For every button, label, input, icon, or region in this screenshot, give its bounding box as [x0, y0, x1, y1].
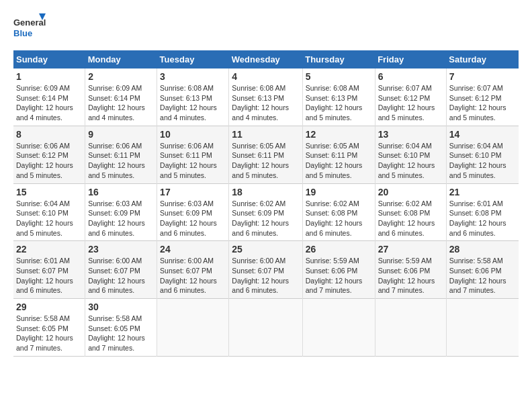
calendar-week-5: 29Sunrise: 5:58 AMSunset: 6:05 PMDayligh…: [13, 299, 519, 357]
calendar-cell: 1Sunrise: 6:09 AMSunset: 6:14 PMDaylight…: [13, 68, 85, 126]
day-info: Sunrise: 6:09 AMSunset: 6:14 PMDaylight:…: [88, 83, 154, 123]
day-number: 1: [16, 71, 82, 82]
header-thursday: Thursday: [302, 50, 375, 68]
day-info: Sunrise: 5:58 AMSunset: 6:06 PMDaylight:…: [449, 256, 516, 295]
day-info: Sunrise: 6:04 AMSunset: 6:10 PMDaylight:…: [449, 141, 516, 181]
day-number: 17: [160, 187, 226, 197]
calendar-cell: 13Sunrise: 6:04 AMSunset: 6:10 PMDayligh…: [375, 126, 446, 183]
calendar-cell: 7Sunrise: 6:07 AMSunset: 6:12 PMDaylight…: [446, 68, 519, 126]
day-info: Sunrise: 6:07 AMSunset: 6:12 PMDaylight:…: [378, 83, 443, 123]
calendar-cell: 28Sunrise: 5:58 AMSunset: 6:06 PMDayligh…: [446, 241, 519, 299]
day-number: 9: [88, 129, 154, 140]
logo-svg: General Blue: [13, 13, 47, 44]
day-number: 10: [160, 129, 226, 140]
calendar-cell: 20Sunrise: 6:02 AMSunset: 6:08 PMDayligh…: [375, 183, 446, 241]
day-number: 16: [88, 187, 154, 197]
calendar-cell: 17Sunrise: 6:03 AMSunset: 6:09 PMDayligh…: [157, 183, 229, 241]
header-friday: Friday: [375, 50, 446, 68]
day-number: 21: [449, 187, 516, 197]
calendar-cell: 8Sunrise: 6:06 AMSunset: 6:12 PMDaylight…: [13, 126, 85, 183]
day-info: Sunrise: 6:00 AMSunset: 6:07 PMDaylight:…: [232, 256, 299, 295]
day-info: Sunrise: 6:08 AMSunset: 6:13 PMDaylight:…: [160, 83, 226, 123]
day-number: 4: [232, 71, 299, 82]
day-number: 2: [88, 71, 154, 82]
day-info: Sunrise: 6:00 AMSunset: 6:07 PMDaylight:…: [160, 256, 226, 295]
calendar-week-4: 22Sunrise: 6:01 AMSunset: 6:07 PMDayligh…: [13, 241, 519, 299]
day-info: Sunrise: 6:09 AMSunset: 6:14 PMDaylight:…: [16, 83, 82, 123]
day-number: 18: [232, 187, 299, 197]
day-info: Sunrise: 6:02 AMSunset: 6:09 PMDaylight:…: [232, 199, 299, 238]
calendar-cell: 10Sunrise: 6:06 AMSunset: 6:11 PMDayligh…: [157, 126, 229, 183]
calendar-cell: 25Sunrise: 6:00 AMSunset: 6:07 PMDayligh…: [229, 241, 302, 299]
day-number: 28: [449, 244, 516, 255]
day-number: 20: [378, 187, 443, 197]
day-number: 5: [306, 71, 372, 82]
day-info: Sunrise: 6:06 AMSunset: 6:12 PMDaylight:…: [16, 141, 82, 181]
header-wednesday: Wednesday: [229, 50, 302, 68]
calendar-cell: 26Sunrise: 5:59 AMSunset: 6:06 PMDayligh…: [302, 241, 375, 299]
day-info: Sunrise: 6:05 AMSunset: 6:11 PMDaylight:…: [232, 141, 299, 181]
day-number: 7: [449, 71, 516, 82]
day-info: Sunrise: 6:01 AMSunset: 6:08 PMDaylight:…: [449, 199, 516, 238]
calendar-cell: 18Sunrise: 6:02 AMSunset: 6:09 PMDayligh…: [229, 183, 302, 241]
calendar-cell: 6Sunrise: 6:07 AMSunset: 6:12 PMDaylight…: [375, 68, 446, 126]
svg-text:Blue: Blue: [13, 28, 32, 38]
header-monday: Monday: [85, 50, 157, 68]
day-number: 22: [16, 244, 82, 255]
calendar-week-2: 8Sunrise: 6:06 AMSunset: 6:12 PMDaylight…: [13, 126, 519, 183]
page-header: General Blue: [13, 13, 519, 44]
calendar-cell: 16Sunrise: 6:03 AMSunset: 6:09 PMDayligh…: [85, 183, 157, 241]
day-info: Sunrise: 6:07 AMSunset: 6:12 PMDaylight:…: [449, 83, 516, 123]
day-number: 25: [232, 244, 299, 255]
calendar-cell: [229, 299, 302, 357]
day-info: Sunrise: 5:59 AMSunset: 6:06 PMDaylight:…: [306, 256, 372, 295]
day-number: 15: [16, 187, 82, 197]
day-number: 29: [16, 302, 82, 312]
day-number: 30: [88, 302, 154, 312]
day-info: Sunrise: 6:00 AMSunset: 6:07 PMDaylight:…: [88, 256, 154, 295]
header-sunday: Sunday: [13, 50, 85, 68]
day-number: 26: [306, 244, 372, 255]
day-info: Sunrise: 6:04 AMSunset: 6:10 PMDaylight:…: [378, 141, 443, 181]
calendar-cell: 4Sunrise: 6:08 AMSunset: 6:13 PMDaylight…: [229, 68, 302, 126]
calendar-week-3: 15Sunrise: 6:04 AMSunset: 6:10 PMDayligh…: [13, 183, 519, 241]
calendar-cell: [375, 299, 446, 357]
day-info: Sunrise: 6:03 AMSunset: 6:09 PMDaylight:…: [160, 199, 226, 238]
calendar-cell: 22Sunrise: 6:01 AMSunset: 6:07 PMDayligh…: [13, 241, 85, 299]
svg-text:General: General: [13, 17, 46, 28]
day-number: 24: [160, 244, 226, 255]
calendar-week-1: 1Sunrise: 6:09 AMSunset: 6:14 PMDaylight…: [13, 68, 519, 126]
calendar-cell: 30Sunrise: 5:58 AMSunset: 6:05 PMDayligh…: [85, 299, 157, 357]
calendar-cell: 9Sunrise: 6:06 AMSunset: 6:11 PMDaylight…: [85, 126, 157, 183]
day-number: 27: [378, 244, 443, 255]
day-number: 12: [306, 129, 372, 140]
day-info: Sunrise: 6:08 AMSunset: 6:13 PMDaylight:…: [232, 83, 299, 123]
day-number: 6: [378, 71, 443, 82]
calendar-cell: 23Sunrise: 6:00 AMSunset: 6:07 PMDayligh…: [85, 241, 157, 299]
calendar-cell: 15Sunrise: 6:04 AMSunset: 6:10 PMDayligh…: [13, 183, 85, 241]
calendar-cell: [157, 299, 229, 357]
calendar-cell: 27Sunrise: 5:59 AMSunset: 6:06 PMDayligh…: [375, 241, 446, 299]
calendar-cell: 12Sunrise: 6:05 AMSunset: 6:11 PMDayligh…: [302, 126, 375, 183]
calendar-header-row: SundayMondayTuesdayWednesdayThursdayFrid…: [13, 50, 519, 68]
calendar-cell: 2Sunrise: 6:09 AMSunset: 6:14 PMDaylight…: [85, 68, 157, 126]
calendar-cell: 3Sunrise: 6:08 AMSunset: 6:13 PMDaylight…: [157, 68, 229, 126]
day-info: Sunrise: 5:59 AMSunset: 6:06 PMDaylight:…: [378, 256, 443, 295]
day-info: Sunrise: 6:03 AMSunset: 6:09 PMDaylight:…: [88, 199, 154, 238]
calendar-cell: 21Sunrise: 6:01 AMSunset: 6:08 PMDayligh…: [446, 183, 519, 241]
day-info: Sunrise: 6:05 AMSunset: 6:11 PMDaylight:…: [306, 141, 372, 181]
day-number: 8: [16, 129, 82, 140]
calendar-table: SundayMondayTuesdayWednesdayThursdayFrid…: [13, 50, 519, 357]
day-number: 11: [232, 129, 299, 140]
calendar-cell: [302, 299, 375, 357]
header-saturday: Saturday: [446, 50, 519, 68]
calendar-cell: 19Sunrise: 6:02 AMSunset: 6:08 PMDayligh…: [302, 183, 375, 241]
day-info: Sunrise: 5:58 AMSunset: 6:05 PMDaylight:…: [88, 314, 154, 353]
calendar-cell: [446, 299, 519, 357]
day-info: Sunrise: 6:02 AMSunset: 6:08 PMDaylight:…: [378, 199, 443, 238]
day-info: Sunrise: 6:02 AMSunset: 6:08 PMDaylight:…: [306, 199, 372, 238]
day-number: 3: [160, 71, 226, 82]
calendar-cell: 5Sunrise: 6:08 AMSunset: 6:13 PMDaylight…: [302, 68, 375, 126]
day-number: 13: [378, 129, 443, 140]
day-number: 14: [449, 129, 516, 140]
